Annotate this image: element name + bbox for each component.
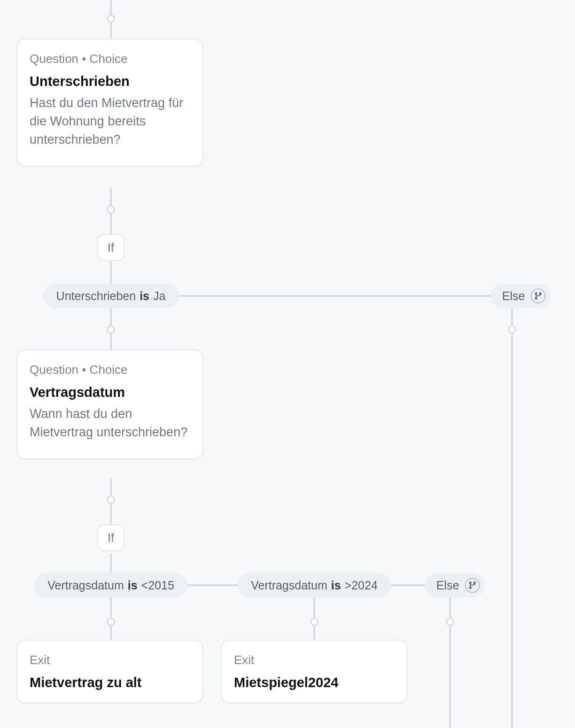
connector-dot [107,205,115,214]
condition-vertragsdatum-gt-2024[interactable]: Vertragsdatum is >2024 [238,573,391,598]
connector-dot [446,618,454,626]
condition-operator: is [128,579,138,592]
if-node[interactable]: If [97,525,124,551]
condition-vertragsdatum-lt-2015[interactable]: Vertragsdatum is <2015 [34,573,187,598]
card-eyebrow: Question • Choice [30,363,190,377]
card-eyebrow: Exit [30,653,190,667]
card-title: Mietspiegel2024 [234,675,395,690]
connector-dot [107,15,115,23]
connector-line [110,478,112,530]
else-label: Else [502,289,525,303]
condition-field: Vertragsdatum [47,579,124,592]
card-title: Mietvertrag zu alt [30,675,190,690]
connector-dot [107,325,115,334]
connector-dot [107,496,115,504]
connector-dot [107,618,115,626]
else-label: Else [436,579,459,592]
connector-line [511,296,513,728]
condition-value: <2015 [141,579,174,592]
exit-card-mietvertrag-zu-alt[interactable]: Exit Mietvertrag zu alt [16,640,203,704]
condition-field: Unterschrieben [56,289,136,303]
condition-value: Ja [153,289,165,303]
card-title: Unterschrieben [30,74,190,89]
exit-card-mietspiegel2024[interactable]: Exit Mietspiegel2024 [221,640,408,704]
card-title: Vertragsdatum [30,385,190,400]
condition-unterschrieben-is-ja[interactable]: Unterschrieben is Ja [43,284,179,309]
card-eyebrow: Question • Choice [30,52,190,66]
flow-canvas[interactable]: Question • Choice Unterschrieben Hast du… [0,0,575,728]
connector-dot [310,618,319,626]
card-description: Hast du den Mietvertrag für die Wohnung … [30,94,190,149]
else-branch[interactable]: Else [491,284,551,308]
condition-operator: is [331,579,341,592]
condition-field: Vertragsdatum [251,579,327,592]
question-card-unterschrieben[interactable]: Question • Choice Unterschrieben Hast du… [16,39,203,167]
question-card-vertragsdatum[interactable]: Question • Choice Vertragsdatum Wann has… [16,349,203,459]
branch-icon [465,578,480,593]
connector-dot [508,325,516,334]
condition-operator: is [140,289,149,303]
branch-icon [530,288,545,303]
else-branch[interactable]: Else [425,573,485,597]
card-description: Wann hast du den Mietvertrag unterschrie… [30,405,190,441]
connector-line [449,585,451,728]
card-eyebrow: Exit [234,653,395,667]
condition-value: >2024 [345,579,378,592]
if-node[interactable]: If [97,234,124,261]
